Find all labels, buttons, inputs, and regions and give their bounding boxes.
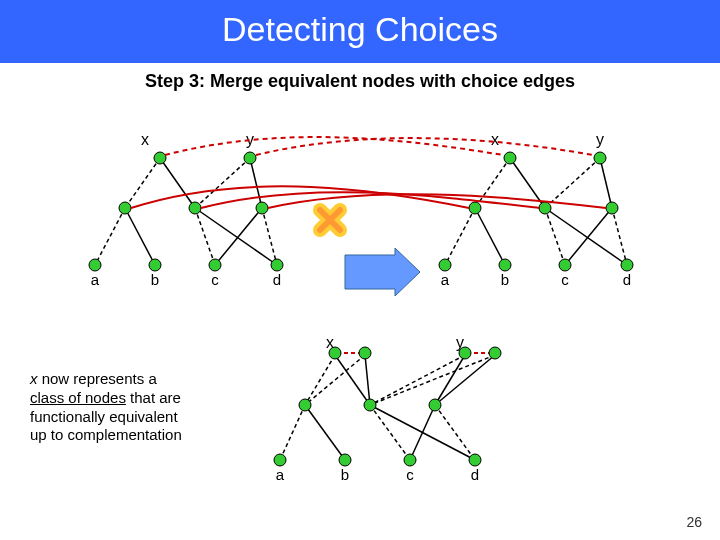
node-b-ul: [149, 259, 161, 271]
node-d-low: [469, 454, 481, 466]
node-c-ul: [209, 259, 221, 271]
caption-block: x now represents a class of nodes that a…: [30, 370, 230, 445]
label-d-ur: d: [623, 271, 631, 288]
edge: [370, 355, 495, 405]
edge: [435, 405, 475, 460]
label-a-low: a: [276, 466, 285, 483]
node: [329, 347, 341, 359]
edge: [435, 355, 495, 405]
title-bar: Detecting Choices: [0, 0, 720, 63]
subtitle: Step 3: Merge equivalent nodes with choi…: [0, 71, 720, 92]
label-d-low: d: [471, 466, 479, 483]
node-b-ur: [499, 259, 511, 271]
subtitle-text: Step 3: Merge equivalent nodes with choi…: [145, 71, 575, 91]
equiv-edge: [256, 138, 593, 155]
edge: [305, 355, 365, 405]
edge: [475, 208, 505, 265]
caption-l3: functionally equivalent: [30, 408, 178, 425]
label-b-ul: b: [151, 271, 159, 288]
edge: [600, 158, 612, 208]
node-c-ur: [559, 259, 571, 271]
caption-l2: that are: [126, 389, 181, 406]
edge: [160, 158, 195, 208]
label-a-ul: a: [91, 271, 100, 288]
edge: [445, 208, 475, 265]
node: [469, 202, 481, 214]
label-x-ur: x: [491, 131, 499, 148]
node-x-ul: [154, 152, 166, 164]
caption-l4: up to complementation: [30, 426, 182, 443]
edge: [195, 208, 215, 265]
label-b-ur: b: [501, 271, 509, 288]
caption-l1: now represents a: [38, 370, 157, 387]
edge: [215, 208, 262, 265]
conflict-icon: [320, 210, 340, 230]
node-y-ur: [594, 152, 606, 164]
transform-arrow-icon: [345, 248, 420, 296]
node: [539, 202, 551, 214]
node-d-ul: [271, 259, 283, 271]
edge: [410, 405, 435, 460]
node-y-ul: [244, 152, 256, 164]
label-c-ur: c: [561, 271, 569, 288]
node: [459, 347, 471, 359]
node-a-ur: [439, 259, 451, 271]
label-x-ul: x: [141, 131, 149, 148]
edge: [305, 355, 335, 405]
label-c-ul: c: [211, 271, 219, 288]
node: [189, 202, 201, 214]
label-d-ul: d: [273, 271, 281, 288]
node: [489, 347, 501, 359]
edge: [280, 405, 305, 460]
node: [364, 399, 376, 411]
edge: [305, 405, 345, 460]
node-x-ur: [504, 152, 516, 164]
node-b-low: [339, 454, 351, 466]
page-number: 26: [686, 514, 702, 530]
edge: [565, 208, 612, 265]
label-c-low: c: [406, 466, 414, 483]
edge: [365, 355, 370, 405]
edge: [335, 355, 370, 405]
label-b-low: b: [341, 466, 349, 483]
node-d-ur: [621, 259, 633, 271]
diagram-svg: x y a b c d x y a b c d: [0, 100, 720, 540]
caption-x: x: [30, 370, 38, 387]
node: [299, 399, 311, 411]
title-text: Detecting Choices: [222, 10, 498, 48]
caption-u: class of nodes: [30, 389, 126, 406]
node: [359, 347, 371, 359]
node-a-low: [274, 454, 286, 466]
edge: [250, 158, 262, 208]
node-c-low: [404, 454, 416, 466]
label-a-ur: a: [441, 271, 450, 288]
edge: [545, 158, 600, 208]
equiv-edge: [165, 137, 503, 155]
edge: [95, 208, 125, 265]
node: [119, 202, 131, 214]
edge: [370, 405, 410, 460]
node-a-ul: [89, 259, 101, 271]
edge: [125, 208, 155, 265]
node: [429, 399, 441, 411]
label-y-ur: y: [596, 131, 604, 148]
node: [606, 202, 618, 214]
node: [256, 202, 268, 214]
edge: [545, 208, 565, 265]
